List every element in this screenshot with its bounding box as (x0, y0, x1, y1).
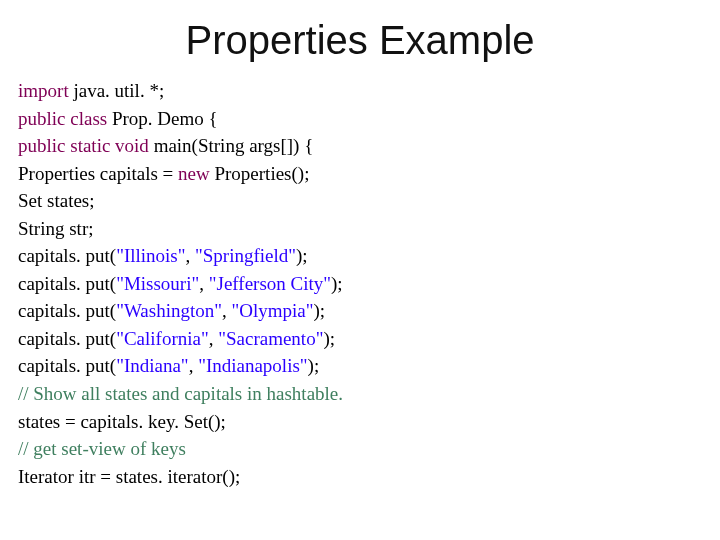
code-token: ); (323, 328, 335, 349)
code-token: Set (18, 190, 47, 211)
code-token: import (18, 80, 73, 101)
code-token: String (18, 218, 69, 239)
code-token: Properties(); (214, 163, 309, 184)
code-token: , (189, 355, 199, 376)
code-token: java. util. *; (73, 80, 164, 101)
code-line-5: Set states; (18, 187, 702, 215)
code-token: main(String (154, 135, 250, 156)
code-token: "Indiana" (116, 355, 188, 376)
code-token: "Olympia" (231, 300, 313, 321)
slide-title: Properties Example (18, 18, 702, 63)
code-token: states; (47, 190, 95, 211)
code-token: public static void (18, 135, 154, 156)
code-block: import java. util. *; public class Prop.… (18, 77, 702, 490)
code-token: "Jefferson City" (209, 273, 331, 294)
code-token: Prop. Demo (112, 108, 209, 129)
code-token: capitals = (100, 163, 178, 184)
code-line-11: capitals. put("Indiana", "Indianapolis")… (18, 352, 702, 380)
code-line-14: // get set-view of keys (18, 435, 702, 463)
code-token: "Springfield" (195, 245, 296, 266)
code-token: , (186, 245, 196, 266)
code-token: new (178, 163, 214, 184)
slide: Properties Example import java. util. *;… (0, 0, 720, 540)
code-token: "Missouri" (116, 273, 199, 294)
code-token: "Washington" (116, 300, 222, 321)
code-line-2: public class Prop. Demo { (18, 105, 702, 133)
code-line-6: String str; (18, 215, 702, 243)
code-line-12: // Show all states and capitals in hasht… (18, 380, 702, 408)
code-token: ); (313, 300, 325, 321)
code-token: ); (331, 273, 343, 294)
code-token: states = capitals. key. Set(); (18, 411, 226, 432)
code-line-9: capitals. put("Washington", "Olympia"); (18, 297, 702, 325)
code-token: { (209, 108, 218, 129)
code-line-1: import java. util. *; (18, 77, 702, 105)
code-token: "California" (116, 328, 209, 349)
code-line-7: capitals. put("Illinois", "Springfield")… (18, 242, 702, 270)
code-token: capitals. put( (18, 273, 116, 294)
code-token: capitals. put( (18, 355, 116, 376)
code-token: , (199, 273, 209, 294)
code-token: ); (308, 355, 320, 376)
code-token: , (209, 328, 219, 349)
code-token: capitals. put( (18, 328, 116, 349)
code-token: str; (69, 218, 93, 239)
code-token: public class (18, 108, 112, 129)
code-token: // Show all states and capitals in hasht… (18, 383, 343, 404)
code-token: "Sacramento" (218, 328, 323, 349)
code-token: capitals. put( (18, 300, 116, 321)
code-line-3: public static void main(String args[]) { (18, 132, 702, 160)
code-token: Properties (18, 163, 100, 184)
code-token: args[]) { (249, 135, 313, 156)
code-token: ); (296, 245, 308, 266)
code-line-15: Iterator itr = states. iterator(); (18, 463, 702, 491)
code-token: itr = states. iterator(); (79, 466, 241, 487)
code-token: Iterator (18, 466, 79, 487)
code-token: "Indianapolis" (198, 355, 307, 376)
code-token: "Illinois" (116, 245, 185, 266)
code-line-8: capitals. put("Missouri", "Jefferson Cit… (18, 270, 702, 298)
code-line-10: capitals. put("California", "Sacramento"… (18, 325, 702, 353)
code-line-4: Properties capitals = new Properties(); (18, 160, 702, 188)
code-line-13: states = capitals. key. Set(); (18, 408, 702, 436)
code-token: capitals. put( (18, 245, 116, 266)
code-token: // get set-view of keys (18, 438, 186, 459)
